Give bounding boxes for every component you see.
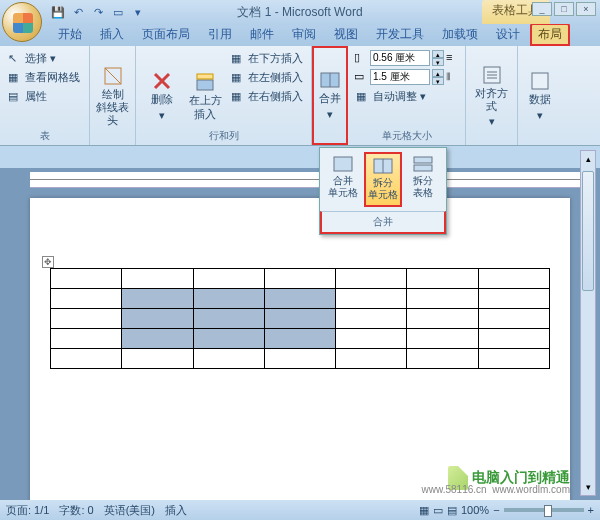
chevron-down-icon: ▾ — [489, 115, 495, 128]
view-gridlines-button[interactable]: ▦查看网格线 — [6, 69, 82, 86]
properties-icon: ▤ — [8, 90, 22, 104]
svg-rect-17 — [414, 165, 432, 171]
insert-left-icon: ▦ — [231, 71, 245, 85]
group-rows-cols: 删除▾ 在上方 插入 ▦在下方插入 ▦在左侧插入 ▦在右侧插入 行和列 — [136, 46, 312, 145]
tab-layout[interactable]: 布局 — [530, 23, 570, 46]
table-row — [51, 289, 550, 309]
tab-design[interactable]: 设计 — [488, 23, 528, 46]
popup-split-cells[interactable]: 拆分 单元格 — [364, 152, 402, 207]
merge-icon — [320, 70, 340, 90]
distribute-cols-icon[interactable]: ⦀ — [446, 70, 460, 84]
insert-below-icon: ▦ — [231, 52, 245, 66]
horizontal-ruler[interactable] — [30, 172, 580, 188]
spin-down[interactable]: ▾ — [432, 77, 444, 85]
col-width-input[interactable] — [370, 69, 430, 85]
status-page[interactable]: 页面: 1/1 — [6, 503, 49, 518]
svg-line-1 — [105, 68, 121, 84]
tab-developer[interactable]: 开发工具 — [368, 23, 432, 46]
tab-addins[interactable]: 加载项 — [434, 23, 486, 46]
table-row — [51, 349, 550, 369]
watermark: 电脑入门到精通 www.58116.cn www.wordlm.com — [448, 466, 570, 490]
word-table[interactable] — [50, 268, 550, 369]
distribute-rows-icon[interactable]: ≡ — [446, 51, 460, 65]
grid-icon: ▦ — [8, 71, 22, 85]
ribbon-tabs: 开始 插入 页面布局 引用 邮件 审阅 视图 开发工具 加载项 设计 布局 — [0, 24, 600, 46]
svg-rect-13 — [334, 157, 352, 171]
tab-insert[interactable]: 插入 — [92, 23, 132, 46]
autofit-icon: ▦ — [356, 90, 370, 104]
chevron-down-icon: ▾ — [159, 109, 165, 122]
delete-x-icon — [152, 71, 172, 91]
svg-rect-16 — [414, 157, 432, 163]
document-area: ✥ — [0, 168, 600, 500]
data-button[interactable]: 数据▾ — [524, 50, 556, 143]
group-alignment: 对齐方式▾ — [466, 46, 518, 145]
scroll-down-icon[interactable]: ▾ — [581, 479, 595, 495]
quick-access-toolbar: 💾 ↶ ↷ ▭ ▾ — [50, 4, 146, 20]
insert-above-icon — [195, 72, 215, 92]
zoom-out-icon[interactable]: − — [493, 504, 499, 516]
page[interactable]: ✥ — [30, 198, 570, 500]
undo-icon[interactable]: ↶ — [70, 4, 86, 20]
table-row — [51, 309, 550, 329]
popup-merge-cells[interactable]: 合并 单元格 — [324, 152, 362, 207]
pencil-icon — [103, 66, 123, 86]
group-table: ↖选择▾ ▦查看网格线 ▤属性 表 — [0, 46, 90, 145]
row-height-input[interactable] — [370, 50, 430, 66]
zoom-slider[interactable] — [504, 508, 584, 512]
scroll-thumb[interactable] — [582, 171, 594, 291]
office-button[interactable] — [2, 2, 42, 42]
data-icon — [530, 71, 550, 91]
qat-dropdown-icon[interactable]: ▾ — [130, 4, 146, 20]
split-table-icon — [413, 156, 433, 172]
status-words[interactable]: 字数: 0 — [59, 503, 93, 518]
ribbon: ↖选择▾ ▦查看网格线 ▤属性 表 绘制 斜线表头 删除▾ — [0, 46, 600, 146]
insert-left-button[interactable]: ▦在左侧插入 — [229, 69, 305, 86]
status-lang[interactable]: 英语(美国) — [104, 503, 155, 518]
restore-button[interactable]: □ — [554, 2, 574, 16]
view-print-icon[interactable]: ▦ — [419, 504, 429, 517]
autofit-button[interactable]: ▦自动调整▾ — [354, 88, 460, 105]
select-button[interactable]: ↖选择▾ — [6, 50, 82, 67]
status-zoom[interactable]: 100% — [461, 504, 489, 516]
vertical-scrollbar[interactable]: ▴ ▾ — [580, 150, 596, 496]
zoom-in-icon[interactable]: + — [588, 504, 594, 516]
chevron-down-icon: ▾ — [327, 108, 333, 121]
view-web-icon[interactable]: ▤ — [447, 504, 457, 517]
status-mode[interactable]: 插入 — [165, 503, 187, 518]
save-icon[interactable]: 💾 — [50, 4, 66, 20]
draw-diagonal-button[interactable]: 绘制 斜线表头 — [96, 50, 129, 143]
popup-split-table[interactable]: 拆分 表格 — [404, 152, 442, 207]
redo-icon[interactable]: ↷ — [90, 4, 106, 20]
spin-up[interactable]: ▴ — [432, 69, 444, 77]
tab-home[interactable]: 开始 — [50, 23, 90, 46]
tab-references[interactable]: 引用 — [200, 23, 240, 46]
view-read-icon[interactable]: ▭ — [433, 504, 443, 517]
row-height-spinner[interactable]: ▯ ▴▾ ≡ — [354, 50, 460, 66]
group-merge: 合并 ▾ — [312, 46, 348, 145]
new-icon[interactable]: ▭ — [110, 4, 126, 20]
spin-down[interactable]: ▾ — [432, 58, 444, 66]
tab-mailings[interactable]: 邮件 — [242, 23, 282, 46]
spin-up[interactable]: ▴ — [432, 50, 444, 58]
tab-pagelayout[interactable]: 页面布局 — [134, 23, 198, 46]
tab-view[interactable]: 视图 — [326, 23, 366, 46]
group-cell-size: ▯ ▴▾ ≡ ▭ ▴▾ ⦀ ▦自动调整▾ 单元格大小 — [348, 46, 466, 145]
close-button[interactable]: × — [576, 2, 596, 16]
insert-below-button[interactable]: ▦在下方插入 — [229, 50, 305, 67]
properties-button[interactable]: ▤属性 — [6, 88, 82, 105]
merge-dropdown-button[interactable]: 合并 ▾ — [316, 50, 344, 141]
chevron-down-icon: ▾ — [537, 109, 543, 122]
table-row — [51, 269, 550, 289]
table-row — [51, 329, 550, 349]
group-label: 表 — [0, 129, 89, 143]
merge-cells-icon — [333, 156, 353, 172]
scroll-up-icon[interactable]: ▴ — [581, 151, 595, 167]
tab-review[interactable]: 审阅 — [284, 23, 324, 46]
align-icon — [482, 65, 502, 85]
insert-right-button[interactable]: ▦在右侧插入 — [229, 88, 305, 105]
table-move-handle[interactable]: ✥ — [42, 256, 54, 268]
alignment-button[interactable]: 对齐方式▾ — [472, 50, 511, 143]
minimize-button[interactable]: _ — [532, 2, 552, 16]
col-width-spinner[interactable]: ▭ ▴▾ ⦀ — [354, 69, 460, 85]
